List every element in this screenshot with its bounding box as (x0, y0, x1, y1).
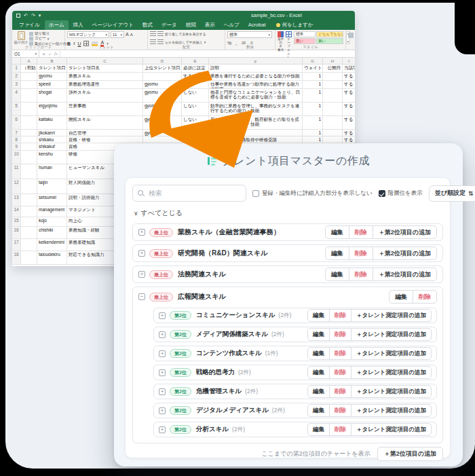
checkbox-checked-icon[interactable] (379, 190, 385, 197)
cell[interactable]: kojo (37, 217, 67, 227)
tab-review[interactable]: 校閲 (182, 20, 200, 30)
col-header[interactable]: A (21, 58, 37, 65)
expand-icon[interactable]: + (138, 229, 145, 236)
row-header[interactable]: 15 (12, 217, 21, 227)
cell[interactable] (21, 89, 37, 103)
merge-caret[interactable]: ▾ (204, 40, 206, 44)
cell[interactable] (21, 136, 37, 143)
edit-button[interactable]: 編集 (325, 225, 349, 239)
add-measure-item-button[interactable]: ＋タレント測定項目の追加 (351, 385, 432, 398)
cell[interactable]: human (37, 164, 67, 179)
row-header[interactable]: 10 (12, 151, 21, 164)
search-box[interactable] (132, 185, 246, 202)
row-header[interactable]: 1 (12, 65, 21, 73)
edit-button[interactable]: 編集 (307, 385, 330, 398)
cell[interactable]: setsumei (37, 194, 67, 206)
row-header[interactable]: 4 (12, 89, 21, 103)
cell[interactable]: management (37, 206, 67, 217)
delete-button[interactable]: 削除 (329, 366, 352, 379)
align-left-icon[interactable] (150, 39, 156, 45)
cell[interactable]: shikaku (37, 136, 67, 143)
tab-formulas[interactable]: 数式 (138, 20, 157, 30)
col-header[interactable]: D (143, 58, 182, 65)
cell[interactable]: 1 (303, 81, 323, 89)
edit-button[interactable]: 編集 (307, 328, 330, 341)
tell-me-box[interactable]: 何をしますか (276, 22, 314, 29)
customize-quick-access-icon[interactable]: ▾ (39, 13, 41, 18)
expand-icon[interactable]: + (159, 369, 166, 376)
delete-button[interactable]: 削除 (329, 423, 352, 436)
align-top-icon[interactable] (150, 31, 156, 37)
row-header[interactable]: 2 (12, 73, 21, 81)
col-header[interactable]: E (182, 58, 209, 65)
cell[interactable] (21, 130, 37, 136)
cell[interactable]: chishiki (37, 227, 67, 239)
checkbox-show-hierarchy[interactable]: 階層位を表示 (379, 189, 423, 198)
cell[interactable]: shogai (37, 89, 67, 103)
col-header[interactable]: H (323, 58, 343, 65)
expand-icon[interactable]: + (159, 388, 166, 395)
add-measure-item-button[interactable]: ＋タレント測定項目の追加 (351, 423, 432, 436)
checkbox-unchecked-icon[interactable] (252, 190, 259, 197)
row-header[interactable]: 17 (12, 239, 21, 251)
add-level2-button[interactable]: ＋第2位項目の追加 (373, 246, 437, 260)
cell[interactable]: 1 (303, 73, 323, 81)
edit-button[interactable]: 編集 (307, 404, 330, 417)
align-center-icon[interactable] (157, 39, 164, 45)
cancel-icon[interactable]: ✕ (42, 52, 45, 56)
show-chart-link[interactable]: ここまでの第2位項目のチャートを表示 (262, 450, 370, 458)
tab-acrobat[interactable]: Acrobat (244, 20, 270, 29)
cell[interactable]: する (343, 136, 355, 143)
cell[interactable]: タレント項目コード (37, 65, 67, 73)
cell[interactable]: speed (37, 81, 67, 89)
col-header[interactable]: F (209, 58, 303, 65)
sort-order-button[interactable]: 並び順設定 ⇅ (429, 185, 475, 202)
delete-button[interactable]: 削除 (349, 225, 373, 239)
delete-button[interactable]: 削除 (413, 290, 437, 304)
number-format-select[interactable]: 標準▾ (227, 31, 272, 38)
col-header[interactable]: C (67, 58, 143, 65)
add-measure-item-button[interactable]: ＋タレント測定項目の追加 (351, 328, 432, 341)
delete-button[interactable]: 削除 (349, 246, 373, 260)
search-input[interactable] (147, 189, 241, 198)
redo-icon[interactable]: ↷ (31, 13, 35, 18)
cell[interactable]: eigyojimu (37, 103, 67, 116)
cell[interactable]: jikokanri (37, 130, 67, 136)
cell[interactable]: 公開日 (323, 65, 343, 73)
align-middle-icon[interactable] (157, 31, 164, 37)
cell[interactable]: （有効） (21, 65, 37, 73)
edit-button[interactable]: 編集 (325, 246, 349, 260)
cell[interactable]: 当該項目分析 (343, 65, 355, 73)
footer-add-level2-button[interactable]: ＋第2位項目の追加 (377, 447, 443, 461)
cell[interactable]: する (343, 73, 355, 81)
cell[interactable] (21, 239, 37, 251)
tab-data[interactable]: データ (157, 20, 181, 30)
cell[interactable]: ウェイト (303, 65, 323, 73)
cell[interactable]: する (343, 116, 355, 130)
edit-button[interactable]: 編集 (307, 309, 330, 322)
collapse-all-link[interactable]: ∨ すべてとじる (134, 208, 442, 218)
add-measure-item-button[interactable]: ＋タレント測定項目の追加 (351, 309, 432, 322)
cell[interactable]: keikendemini (37, 239, 67, 251)
cell[interactable] (21, 116, 37, 130)
cell[interactable] (21, 103, 37, 116)
expand-icon[interactable]: + (138, 271, 145, 278)
cell[interactable]: gyomu (37, 73, 67, 81)
edit-button[interactable]: 編集 (307, 423, 330, 436)
add-measure-item-button[interactable]: ＋タレント測定項目の追加 (351, 347, 432, 360)
cell[interactable]: taioudekiru (37, 251, 67, 265)
delete-button[interactable]: 削除 (329, 347, 352, 360)
cell[interactable]: する (343, 81, 355, 89)
cell[interactable]: shikakuf (37, 143, 67, 151)
expand-icon[interactable]: + (159, 426, 166, 433)
cell[interactable] (21, 194, 37, 206)
edit-button[interactable]: 編集 (389, 290, 413, 304)
name-box[interactable]: O1▾ (12, 50, 39, 57)
row-header[interactable]: 5 (12, 103, 21, 116)
row-header[interactable]: 12 (12, 179, 21, 194)
cell[interactable] (323, 136, 343, 143)
cell[interactable]: する (343, 89, 355, 103)
cell[interactable]: 1 (303, 136, 323, 143)
undo-icon[interactable]: ↶ (24, 13, 28, 18)
font-size-select[interactable]: 11▾ (111, 31, 124, 38)
